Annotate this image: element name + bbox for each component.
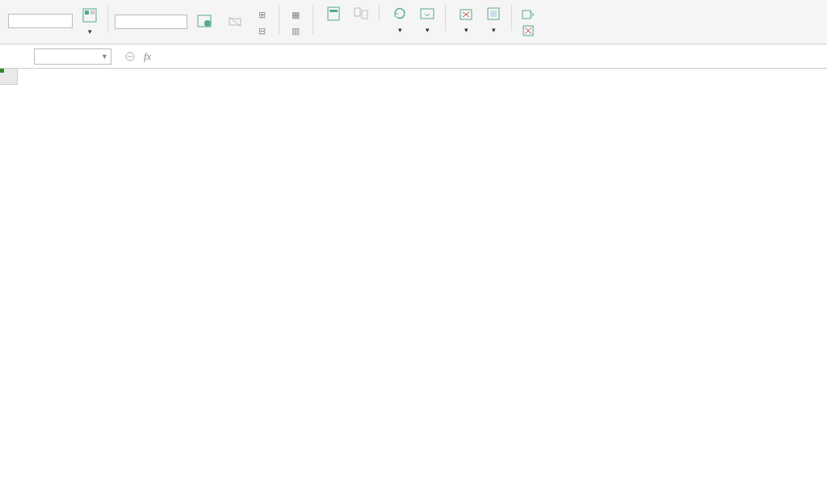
svg-rect-1 [85, 10, 89, 15]
clear-button[interactable]: ▾ [452, 3, 480, 36]
svg-rect-16 [490, 10, 497, 17]
clear-icon [457, 5, 475, 23]
insert-slicer-button[interactable] [320, 3, 347, 26]
expand-icon: ⊞ [255, 8, 268, 21]
change-source-button[interactable]: ▾ [414, 3, 441, 36]
move-pivot-icon [522, 8, 535, 21]
formula-bar: ▼ fx [0, 44, 827, 69]
svg-rect-8 [330, 10, 338, 12]
group-icon: ▦ [289, 8, 302, 21]
field-settings-button[interactable] [191, 10, 218, 33]
delete-pivot-button[interactable] [518, 23, 541, 39]
svg-rect-17 [523, 10, 531, 19]
spreadsheet-grid[interactable] [0, 69, 827, 504]
svg-point-4 [204, 20, 211, 27]
collapse-icon: ⊟ [255, 24, 268, 37]
refresh-button[interactable]: ▾ [386, 3, 414, 36]
refresh-icon [391, 5, 409, 23]
select-all-corner[interactable] [0, 69, 18, 85]
ribbon-group-slicer [315, 2, 380, 26]
cancel-formula-icon[interactable] [124, 51, 136, 62]
options-button[interactable]: ▾ [76, 5, 103, 37]
options-icon [81, 6, 99, 24]
ribbon-group-actions: ▾ ▾ [447, 2, 512, 36]
select-button[interactable]: ▾ [480, 3, 507, 36]
collapse-field-button[interactable]: ⊟ [252, 23, 275, 39]
filter-connections-button[interactable] [347, 3, 375, 26]
ribbon-group-move [514, 2, 546, 39]
hide-button[interactable] [221, 10, 249, 33]
hide-icon [226, 12, 244, 30]
ribbon: ▾ ⊞ ⊟ ▦ ▥ [0, 0, 827, 44]
svg-rect-9 [355, 8, 360, 16]
field-settings-icon [195, 12, 213, 30]
svg-rect-7 [328, 7, 339, 20]
name-box[interactable]: ▼ [34, 48, 111, 65]
fx-icon[interactable]: fx [144, 50, 151, 63]
ribbon-group-data: ▾ ▾ [381, 2, 446, 36]
ungroup-button[interactable]: ▥ [286, 23, 309, 39]
ribbon-group-activefield: ⊞ ⊟ [110, 2, 279, 39]
move-pivot-button[interactable] [518, 6, 541, 23]
pivot-name-input[interactable] [8, 14, 73, 28]
svg-rect-11 [421, 9, 434, 19]
filter-conn-icon [352, 5, 370, 23]
formula-input[interactable] [157, 48, 827, 65]
slicer-icon [325, 5, 342, 23]
ungroup-icon: ▥ [289, 24, 302, 37]
ribbon-group-pivotname: ▾ [3, 2, 108, 37]
ribbon-group-group: ▦ ▥ [281, 2, 313, 39]
select-icon [485, 5, 502, 23]
active-field-value [115, 15, 187, 29]
svg-rect-10 [362, 10, 367, 19]
change-source-icon [418, 5, 436, 23]
group-select-button[interactable]: ▦ [286, 6, 309, 23]
svg-rect-2 [90, 10, 94, 15]
chevron-down-icon: ▼ [101, 52, 108, 61]
expand-field-button[interactable]: ⊞ [252, 6, 275, 23]
delete-pivot-icon [522, 24, 535, 37]
